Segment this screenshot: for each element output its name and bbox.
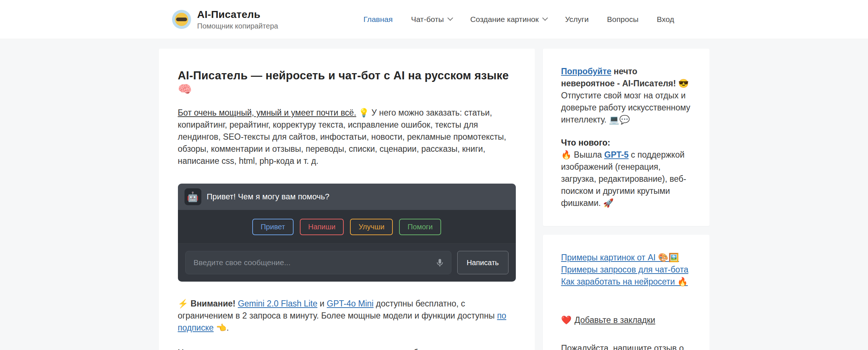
chevron-down-icon xyxy=(448,15,454,21)
promo-paragraph: Попробуйте нечто невероятное - AI-Писате… xyxy=(561,65,691,126)
chat-widget: 🤖 Привет! Чем я могу вам помочь? Привет … xyxy=(178,184,516,282)
chat-greeting: Привет! Чем я могу вам помочь? xyxy=(207,192,329,202)
gemini-link[interactable]: Gemini 2.0 Flash Lite xyxy=(238,299,317,308)
examples-images-link[interactable]: Примеры картинок от AI 🎨🖼️ xyxy=(561,252,691,264)
intro-link[interactable]: Бот очень мощный, умный и умеет почти вс… xyxy=(178,108,357,117)
earn-with-ai-link[interactable]: Как заработать на нейросети 🔥 xyxy=(561,276,691,288)
heart-icon: ❤️ xyxy=(561,315,572,325)
chat-input-wrap xyxy=(185,251,451,274)
site-title: AI-Писатель xyxy=(197,9,278,20)
robot-icon: 🤖 xyxy=(185,188,201,205)
quick-button-uluchshi[interactable]: Улучши xyxy=(350,219,393,235)
chat-quick-buttons: Привет Напиши Улучши Помоги xyxy=(178,210,516,244)
nav-item-chatbots[interactable]: Чат-боты xyxy=(411,15,452,24)
nav-label: Главная xyxy=(364,15,393,24)
gpt5-link[interactable]: GPT-5 xyxy=(604,150,629,159)
nav-label: Создание картинок xyxy=(470,15,539,24)
microphone-icon[interactable] xyxy=(435,258,445,268)
nav-item-login[interactable]: Вход xyxy=(657,15,674,24)
links-card: Примеры картинок от AI 🎨🖼️ Примеры запро… xyxy=(543,235,709,350)
site-subtitle: Помощник копирайтера xyxy=(197,22,278,30)
whats-new-title: Что нового: xyxy=(561,137,691,149)
main-article-card: AI-Писатель — нейросеть и чат-бот с AI н… xyxy=(159,49,535,350)
promo-card: Попробуйте нечто невероятное - AI-Писате… xyxy=(543,49,709,226)
examples-prompts-link[interactable]: Примеры запросов для чат-бота xyxy=(561,264,691,276)
page-content: AI-Писатель — нейросеть и чат-бот с AI н… xyxy=(159,49,709,350)
intro-paragraph: Бот очень мощный, умный и умеет почти вс… xyxy=(178,107,516,167)
quick-button-pomogi[interactable]: Помоги xyxy=(399,219,441,235)
main-nav: Главная Чат-боты Создание картинок Услуг… xyxy=(364,15,674,24)
add-bookmark-link[interactable]: Добавьте в закладки xyxy=(574,315,655,325)
header-inner: AI-Писатель Помощник копирайтера Главная… xyxy=(159,9,709,30)
quick-button-privet[interactable]: Привет xyxy=(252,219,294,235)
brand-text: AI-Писатель Помощник копирайтера xyxy=(197,9,278,30)
chat-message-input[interactable] xyxy=(185,251,451,274)
news-paragraph: 🔥 Вышла GPT-5 с поддержкой изображений (… xyxy=(561,149,691,209)
service-description: Наш сервис выходит за рамки простого инс… xyxy=(178,347,516,350)
nav-item-home[interactable]: Главная xyxy=(364,15,393,24)
page-title: AI-Писатель — нейросеть и чат-бот с AI н… xyxy=(178,69,516,96)
chat-header: 🤖 Привет! Чем я могу вам помочь? xyxy=(178,184,516,210)
nav-label: Чат-боты xyxy=(411,15,444,24)
nav-label: Вопросы xyxy=(607,15,638,24)
nav-item-services[interactable]: Услуги xyxy=(565,15,589,24)
nav-label: Вход xyxy=(657,15,674,24)
promo-text: Отпустите свой мозг на отдых и доверьте … xyxy=(561,91,690,124)
try-it-link[interactable]: Попробуйте xyxy=(561,67,611,76)
sidebar: Попробуйте нечто невероятное - AI-Писате… xyxy=(543,49,709,350)
chevron-down-icon xyxy=(543,15,548,21)
feedback-text: Пожалуйста, напишите отзыв о сайте и бот… xyxy=(561,342,691,350)
logo-glasses xyxy=(176,18,187,21)
chat-input-row: Написать xyxy=(178,244,516,282)
site-logo-icon xyxy=(172,10,191,29)
bolt-icon: ⚡ xyxy=(178,299,191,308)
nav-item-image-creation[interactable]: Создание картинок xyxy=(470,15,547,24)
fire-icon: 🔥 Вышла xyxy=(561,150,604,159)
site-header: AI-Писатель Помощник копирайтера Главная… xyxy=(0,0,868,39)
nav-label: Услуги xyxy=(565,15,589,24)
logo-face xyxy=(175,13,188,26)
attention-label: Внимание! xyxy=(191,299,236,308)
send-message-button[interactable]: Написать xyxy=(457,251,508,274)
free-models-notice: ⚡ Внимание! Gemini 2.0 Flash Lite и GPT-… xyxy=(178,298,516,334)
bookmark-row: ❤️Добавьте в закладки xyxy=(561,314,691,326)
gpt4o-mini-link[interactable]: GPT-4o Mini xyxy=(327,299,374,308)
site-branding[interactable]: AI-Писатель Помощник копирайтера xyxy=(172,9,278,30)
quick-button-napishi[interactable]: Напиши xyxy=(300,219,344,235)
nav-item-questions[interactable]: Вопросы xyxy=(607,15,638,24)
